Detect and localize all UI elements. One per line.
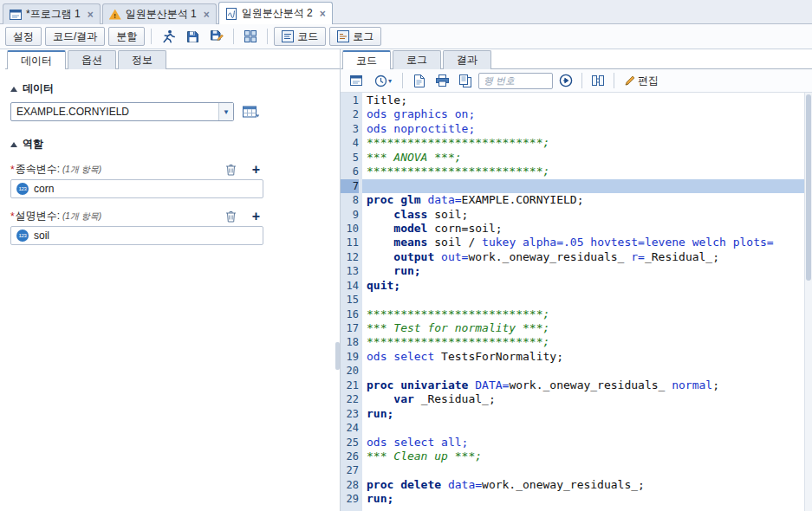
content-area: 데이터 옵션 정보 데이터 EXAMPLE.CORNYIELD ▼ 역할 * (0, 49, 812, 511)
code-results-button[interactable]: 코드/결과 (45, 27, 105, 46)
code-line[interactable]: run; (362, 407, 812, 421)
copy-icon[interactable] (455, 71, 476, 90)
code-line[interactable]: Title; (362, 94, 812, 107)
tab-label: 일원분산분석 2 (242, 6, 313, 21)
window-tab-bar: *프로그램 1 × ! 일원분산분석 1 × 일원분산분석 2 × (0, 0, 812, 24)
code-line[interactable]: means soil / tukey alpha=.05 hovtest=lev… (362, 236, 812, 249)
history-dropdown-button[interactable]: ▾ (369, 71, 397, 90)
explanatory-variable-list[interactable]: 123 soil (10, 226, 263, 245)
code-line[interactable]: run; (362, 264, 812, 278)
line-number: 12 (341, 250, 359, 264)
close-icon[interactable]: × (88, 9, 94, 21)
section-title: 데이터 (23, 81, 54, 96)
line-number: 10 (341, 222, 359, 236)
code-line[interactable]: var _Residual_; (362, 392, 812, 406)
tab-results[interactable]: 결과 (443, 50, 491, 69)
dependent-variable-list[interactable]: 123 corn (10, 179, 263, 198)
code-line[interactable]: *** ANOVA ***; (362, 151, 812, 165)
roles-section-header[interactable]: 역할 (10, 137, 333, 152)
code-line[interactable]: **************************; (362, 136, 812, 150)
code-line[interactable]: ods select all; (362, 436, 812, 450)
code-line[interactable]: ods noproctitle; (362, 122, 812, 136)
tab-data[interactable]: 데이터 (7, 50, 66, 69)
line-number: 3 (341, 122, 359, 136)
code-line[interactable]: run; (362, 492, 812, 506)
code-line[interactable]: ods select TestsForNormality; (362, 350, 812, 364)
line-number-input[interactable] (478, 73, 553, 89)
dependent-variable-row: * 종속변수: (1개 항목) + (10, 162, 263, 177)
tab-anova-2[interactable]: 일원분산분석 2 × (218, 2, 333, 24)
settings-tab-bar: 데이터 옵션 정보 (5, 49, 340, 69)
code-line[interactable]: proc glm data=EXAMPLE.CORNYIELD; (362, 193, 812, 207)
tab-info[interactable]: 정보 (118, 50, 166, 69)
code-line[interactable] (362, 293, 812, 307)
editor-scrollbar[interactable] (804, 93, 812, 511)
tile-view-button[interactable] (240, 27, 261, 46)
results-panel: 코드 로그 결과 ▾ 편집 12345678910111213141516171… (340, 49, 812, 511)
print-icon[interactable] (432, 71, 452, 90)
code-line[interactable] (362, 179, 812, 193)
explanatory-variable-row: * 설명변수: (1개 항목) + (10, 209, 263, 223)
tab-program-1[interactable]: *프로그램 1 × (3, 3, 101, 24)
code-view-button[interactable]: 코드 (274, 27, 326, 46)
code-line[interactable]: **************************; (362, 335, 812, 349)
panel-scrollbar[interactable] (335, 342, 340, 370)
code-line[interactable] (362, 364, 812, 378)
code-line[interactable]: quit; (362, 279, 812, 293)
tab-anova-1[interactable]: ! 일원분산분석 1 × (102, 3, 217, 24)
code-line[interactable]: proc univariate DATA=work._oneway_residu… (362, 378, 812, 392)
run-button[interactable] (158, 27, 179, 46)
list-item[interactable]: 123 corn (11, 180, 263, 197)
tab-code[interactable]: 코드 (342, 50, 391, 69)
code-line[interactable]: model corn=soil; (362, 222, 812, 236)
delete-icon[interactable] (225, 210, 237, 223)
dataset-select[interactable]: EXAMPLE.CORNYIELD ▼ (10, 102, 234, 121)
code-line[interactable]: proc delete data=work._oneway_residuals_… (362, 478, 812, 492)
line-number: 25 (341, 436, 359, 450)
save-button[interactable] (182, 27, 203, 46)
code-line[interactable]: **************************; (362, 165, 812, 178)
log-view-button[interactable]: 로그 (329, 27, 381, 46)
editor-code[interactable]: Title;ods graphics on;ods noproctitle;**… (362, 93, 812, 511)
line-number: 26 (341, 450, 359, 463)
data-section-header[interactable]: 데이터 (10, 81, 333, 96)
save-as-button[interactable] (206, 27, 227, 46)
list-item[interactable]: 123 soil (11, 227, 263, 244)
scrollbar-thumb[interactable] (806, 94, 811, 281)
program-icon[interactable] (346, 71, 367, 90)
add-column-icon[interactable]: + (252, 210, 260, 223)
code-line[interactable]: output out=work._oneway_residuals_ r=_Re… (362, 250, 812, 264)
section-title: 역할 (23, 137, 43, 152)
delete-icon[interactable] (225, 164, 237, 176)
code-line[interactable]: class soil; (362, 208, 812, 222)
tab-label: *프로그램 1 (26, 7, 81, 22)
code-editor[interactable]: 1234567891011121314151617181920212223242… (341, 93, 812, 511)
export-icon[interactable] (408, 71, 429, 90)
code-line[interactable]: **************************; (362, 307, 812, 321)
line-number: 23 (341, 407, 359, 421)
code-line[interactable]: ods graphics on; (362, 107, 812, 121)
edit-label: 편집 (638, 74, 659, 88)
code-line[interactable] (362, 421, 812, 435)
split-button[interactable]: 분할 (108, 27, 145, 46)
collapse-icon (10, 142, 17, 147)
toolbar-separator (614, 73, 614, 88)
close-icon[interactable]: × (204, 9, 210, 21)
settings-body: 데이터 EXAMPLE.CORNYIELD ▼ 역할 * 종속변수: (1개 항… (5, 69, 340, 245)
line-number: 11 (341, 236, 359, 249)
code-line[interactable]: *** Test for normality ***; (362, 321, 812, 335)
select-table-button[interactable] (240, 102, 261, 121)
close-icon[interactable]: × (320, 8, 326, 20)
tab-options[interactable]: 옵션 (68, 50, 116, 69)
goto-line-button[interactable] (555, 71, 576, 90)
edit-icon (624, 74, 636, 87)
add-column-icon[interactable]: + (252, 164, 260, 176)
tab-log[interactable]: 로그 (393, 50, 441, 69)
collapse-icon (10, 87, 17, 92)
dropdown-arrow-icon[interactable]: ▼ (218, 103, 233, 120)
compare-icon[interactable] (588, 71, 608, 90)
code-line[interactable]: *** Clean up ***; (362, 450, 812, 463)
code-line[interactable] (362, 463, 812, 477)
edit-button[interactable]: 편집 (620, 71, 663, 90)
settings-button[interactable]: 설정 (5, 27, 42, 46)
